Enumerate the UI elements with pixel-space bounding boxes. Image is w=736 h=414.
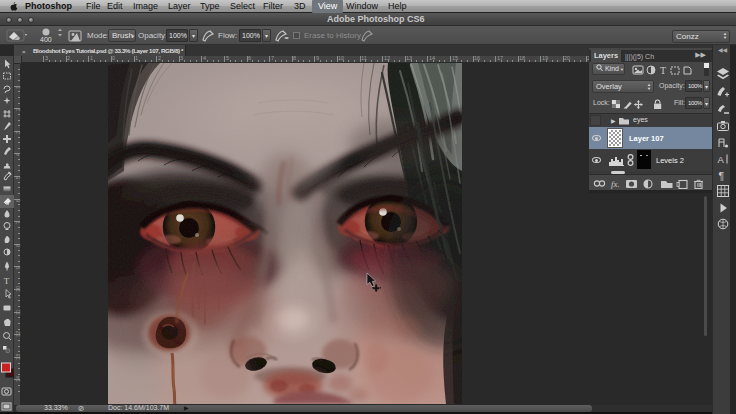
svg-text:¶: ¶ bbox=[719, 170, 725, 182]
svg-text:400: 400 bbox=[40, 36, 52, 43]
svg-text:T: T bbox=[660, 65, 666, 76]
svg-text:T: T bbox=[4, 276, 10, 286]
svg-text:A: A bbox=[718, 154, 725, 165]
svg-text:fx.: fx. bbox=[611, 179, 620, 189]
